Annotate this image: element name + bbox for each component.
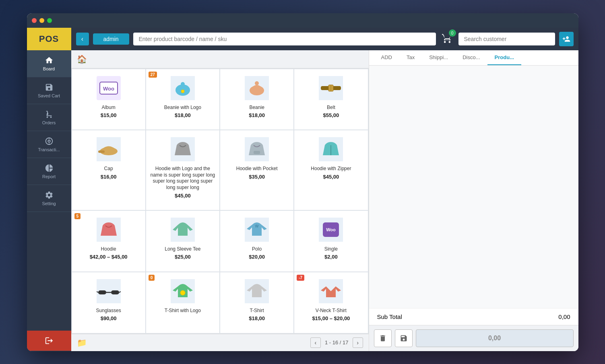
sidebar-item-transactions-label: Transacti... bbox=[38, 147, 60, 152]
add-customer-button[interactable] bbox=[559, 32, 574, 46]
dollar-icon bbox=[45, 137, 54, 146]
product-card-album[interactable]: Woo Album $15,00 bbox=[72, 69, 145, 130]
product-image bbox=[169, 135, 197, 163]
product-image bbox=[169, 277, 197, 305]
cart-badge: 0 bbox=[449, 29, 456, 37]
prev-page-button[interactable]: ‹ bbox=[310, 337, 321, 348]
product-name: Cap bbox=[104, 166, 113, 172]
maximize-button[interactable] bbox=[47, 18, 52, 23]
sidebar-item-board[interactable]: Board bbox=[27, 50, 71, 77]
product-price: $35,00 bbox=[249, 174, 265, 180]
product-name: Beanie bbox=[249, 105, 264, 111]
product-card-single[interactable]: Woo Single $2,00 bbox=[294, 211, 368, 271]
product-search-input[interactable] bbox=[133, 33, 436, 45]
svg-rect-29 bbox=[98, 290, 106, 294]
save-icon bbox=[45, 83, 54, 92]
product-card-long-sleeve[interactable]: Long Sleeve Tee $25,00 bbox=[146, 211, 219, 271]
svg-text:Woo: Woo bbox=[103, 86, 114, 92]
product-card-hoodie-zipper[interactable]: Hoodie with Zipper $45,00 bbox=[294, 130, 368, 210]
product-card-tshirt-logo[interactable]: 0 T-Shirt with Logo bbox=[146, 272, 219, 333]
product-name: Album bbox=[102, 105, 116, 111]
sidebar-item-setting-label: Setting bbox=[42, 201, 56, 206]
close-button[interactable] bbox=[32, 18, 37, 23]
svg-rect-30 bbox=[111, 290, 119, 294]
main-area: ‹ admin 0 🏠 bbox=[71, 28, 578, 351]
pagination: ‹ 1 - 16 / 17 › bbox=[310, 337, 363, 348]
sidebar-item-report[interactable]: Report bbox=[27, 158, 71, 185]
product-image bbox=[243, 135, 271, 163]
subtotal-row: Sub Total 0,00 bbox=[369, 308, 578, 325]
minimize-button[interactable] bbox=[39, 18, 44, 23]
save-icon bbox=[400, 334, 408, 342]
order-tabs: ADDTaxShippi...Disco...Produ... bbox=[369, 50, 578, 66]
svg-rect-16 bbox=[98, 150, 105, 153]
sidebar-item-saved-cart-label: Saved Cart bbox=[38, 93, 60, 98]
back-button[interactable]: ‹ bbox=[76, 33, 89, 45]
sidebar-item-setting[interactable]: Setting bbox=[27, 185, 71, 212]
product-price: $18,00 bbox=[175, 112, 191, 118]
trash-button[interactable] bbox=[374, 329, 392, 347]
product-price: $15,00 – $20,00 bbox=[312, 315, 350, 321]
product-image bbox=[169, 216, 197, 244]
cart-button[interactable]: 0 bbox=[440, 31, 454, 47]
product-card-polo[interactable]: Polo $20,00 bbox=[220, 211, 293, 271]
product-image: Woo bbox=[95, 74, 123, 102]
user-button[interactable]: admin bbox=[93, 33, 129, 45]
svg-point-6 bbox=[181, 90, 184, 93]
tab-tax[interactable]: Tax bbox=[399, 50, 422, 65]
product-image: Woo bbox=[317, 216, 345, 244]
product-card-hoodie[interactable]: 5 Hoodie $42,00 – $45,00 bbox=[72, 211, 145, 271]
product-card-vneck[interactable]: -7 V-Neck T-Shirt $15,00 – $20,00 bbox=[294, 272, 368, 333]
product-image bbox=[95, 135, 123, 163]
product-card-cap[interactable]: Cap $16,00 bbox=[72, 130, 145, 210]
title-bar bbox=[27, 13, 578, 28]
product-price: $16,00 bbox=[101, 174, 117, 180]
sidebar: POS Board Saved Cart Orders Transacti...… bbox=[27, 28, 71, 351]
product-name: Polo bbox=[252, 246, 262, 253]
product-name: Beanie with Logo bbox=[164, 105, 201, 111]
sidebar-logo: POS bbox=[27, 28, 71, 50]
pagination-text: 1 - 16 / 17 bbox=[325, 339, 349, 345]
product-price: $45,00 bbox=[323, 174, 339, 180]
order-actions: 0,00 bbox=[369, 325, 578, 351]
next-page-button[interactable]: › bbox=[353, 337, 363, 348]
sidebar-logout[interactable] bbox=[27, 331, 71, 351]
customer-search-input[interactable] bbox=[458, 33, 555, 45]
product-image bbox=[243, 277, 271, 305]
tab-shipping[interactable]: Shippi... bbox=[422, 50, 455, 65]
product-image bbox=[317, 277, 345, 305]
product-name: Hoodie with Zipper bbox=[311, 166, 351, 172]
product-price: $42,00 – $45,00 bbox=[90, 254, 128, 260]
product-name: T-Shirt bbox=[250, 308, 264, 314]
sidebar-item-transactions[interactable]: Transacti... bbox=[27, 131, 71, 158]
product-price: $55,00 bbox=[323, 112, 339, 118]
content-row: 🏠 Woo Album $15,00 27 Beanie with Logo $… bbox=[71, 50, 578, 351]
tab-discount[interactable]: Disco... bbox=[455, 50, 487, 65]
product-card-tshirt[interactable]: T-Shirt $18,00 bbox=[220, 272, 293, 333]
product-card-hoodie-pocket[interactable]: Hoodie with Pocket $35,00 bbox=[220, 130, 293, 210]
folder-icon[interactable]: 📁 bbox=[77, 338, 87, 348]
product-card-sunglasses[interactable]: Sunglasses $90,00 bbox=[72, 272, 145, 333]
traffic-lights bbox=[32, 18, 52, 23]
product-price: $25,00 bbox=[175, 254, 191, 260]
order-body bbox=[369, 66, 578, 308]
product-name: T-Shirt with Logo bbox=[165, 308, 201, 314]
tab-add[interactable]: ADD bbox=[374, 50, 399, 65]
product-card-beanie[interactable]: Beanie $18,00 bbox=[220, 69, 293, 130]
product-card-hoodie-logo[interactable]: Hoodie with Logo and the name is super l… bbox=[146, 130, 219, 210]
tab-product[interactable]: Produ... bbox=[487, 50, 521, 65]
sidebar-item-saved-cart[interactable]: Saved Cart bbox=[27, 77, 71, 104]
product-image bbox=[317, 74, 345, 102]
product-name: Belt bbox=[327, 105, 335, 111]
product-name: Hoodie with Pocket bbox=[236, 166, 278, 172]
product-image bbox=[317, 135, 345, 163]
checkout-button[interactable]: 0,00 bbox=[416, 329, 574, 347]
product-card-belt[interactable]: Belt $55,00 bbox=[294, 69, 368, 130]
svg-point-9 bbox=[255, 81, 259, 85]
product-name: Single bbox=[324, 246, 338, 253]
product-card-beanie-logo[interactable]: 27 Beanie with Logo $18,00 bbox=[146, 69, 219, 130]
product-price: $15,00 bbox=[101, 112, 117, 118]
toolbar-home-icon[interactable]: 🏠 bbox=[77, 54, 87, 64]
save-cart-button[interactable] bbox=[395, 329, 413, 347]
sidebar-item-orders[interactable]: Orders bbox=[27, 104, 71, 131]
